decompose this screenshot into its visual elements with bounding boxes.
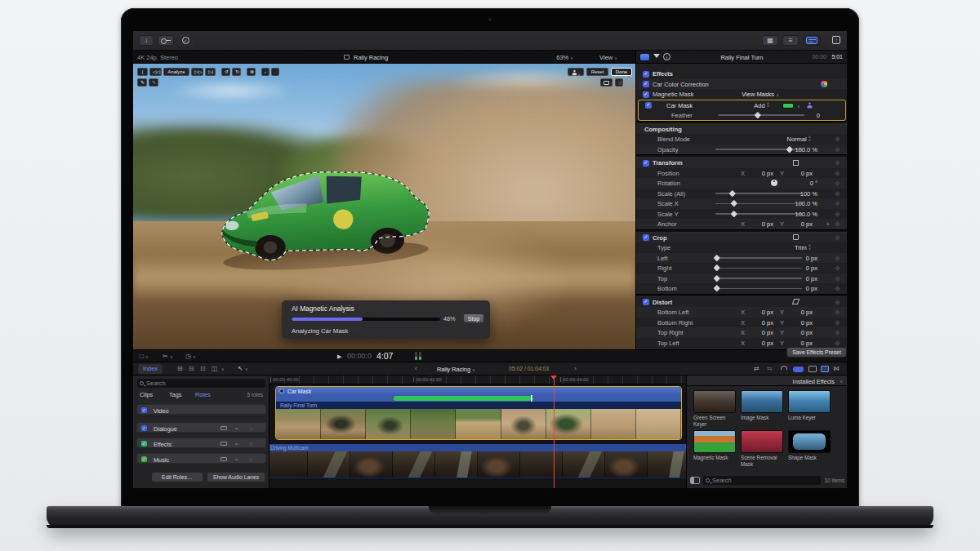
next-project-button[interactable]: ›: [574, 365, 577, 372]
show-audio-lanes-button[interactable]: Show Audio Lanes: [207, 472, 265, 482]
role-row-video[interactable]: Video: [136, 404, 266, 415]
draw-add-stroke-button[interactable]: ✎: [137, 78, 147, 87]
effect-tile-image-mask[interactable]: [741, 390, 783, 413]
video-role-checkbox[interactable]: [141, 407, 147, 413]
reset-button[interactable]: Reset: [586, 68, 608, 76]
append-clip-icon[interactable]: ⊡: [200, 365, 206, 372]
view-masks-menu[interactable]: View Masks ∨: [728, 91, 793, 98]
playhead[interactable]: [554, 375, 555, 488]
delete-mask-button[interactable]: ⊗: [247, 68, 256, 76]
reset-icon[interactable]: [835, 275, 840, 281]
collapse-right-button[interactable]: ›: [271, 68, 279, 76]
redo-stroke-button[interactable]: ↻: [232, 68, 241, 76]
monitor-icon[interactable]: [220, 442, 227, 446]
waveform-icon[interactable]: ≈: [235, 442, 238, 447]
car-mask-effect-bar[interactable]: Car Mask: [276, 387, 681, 395]
play-button[interactable]: ▶: [337, 353, 341, 360]
reset-icon[interactable]: [835, 221, 840, 227]
distort-checkbox[interactable]: [643, 299, 649, 305]
zoom-menu[interactable]: 63% ∨: [556, 54, 573, 61]
undo-stroke-button[interactable]: ↺: [221, 68, 230, 76]
crop-checkbox[interactable]: [643, 234, 649, 241]
transitions-browser-icon[interactable]: ⋈: [833, 365, 840, 372]
crop-type-popup[interactable]: Trim∧∨: [759, 244, 811, 251]
reset-icon[interactable]: [835, 180, 840, 186]
solo-icon[interactable]: ○: [250, 426, 253, 431]
color-board-icon[interactable]: [821, 81, 827, 87]
view-menu[interactable]: View ∨: [599, 54, 617, 61]
blend-mode-popup[interactable]: Normal∧∨: [759, 136, 811, 143]
collapse-left-button[interactable]: ‹: [261, 68, 270, 76]
role-row-dialogue[interactable]: Dialogue ≈ ○: [136, 422, 266, 433]
mask-skip-back-button[interactable]: |◁: [137, 68, 148, 76]
effect-tile-shape-mask[interactable]: [788, 430, 831, 453]
prev-project-button[interactable]: ‹: [415, 365, 417, 372]
reset-icon[interactable]: [835, 265, 840, 271]
reset-icon[interactable]: [835, 201, 840, 207]
installed-effects-menu[interactable]: Installed Effects: [793, 378, 835, 385]
audio-meters-toggle-icon[interactable]: [793, 367, 804, 372]
list-layout-button[interactable]: ≡: [782, 35, 799, 46]
ccc-checkbox[interactable]: [643, 81, 649, 87]
effect-tile-scene-removal-mask[interactable]: [741, 430, 783, 453]
reset-icon[interactable]: [835, 286, 840, 291]
done-button[interactable]: Done: [611, 68, 632, 76]
mask-color-swatch[interactable]: [782, 103, 794, 109]
multicam-filmstrip[interactable]: [270, 451, 686, 478]
car-mask-checkbox[interactable]: [645, 102, 652, 109]
reset-icon[interactable]: [835, 299, 840, 304]
selected-clip-group[interactable]: Car Mask Rally Final Turn: [275, 386, 682, 440]
reset-icon[interactable]: [835, 160, 840, 166]
connect-clip-icon[interactable]: ⊞: [177, 365, 183, 372]
multicam-clip[interactable]: Driving Multicam: [270, 443, 686, 479]
reset-icon[interactable]: [835, 255, 840, 260]
effects-checkbox[interactable]: [643, 71, 649, 78]
tab-roles[interactable]: Roles: [195, 391, 211, 398]
solo-icon[interactable]: ○: [250, 442, 253, 447]
mask-analysis-bar[interactable]: [276, 395, 681, 402]
mask-analyze-back-button[interactable]: ◁◁: [149, 68, 162, 76]
waveform-icon[interactable]: ≈: [235, 426, 238, 431]
stop-button[interactable]: Stop: [463, 313, 484, 323]
crop-icon[interactable]: [793, 234, 799, 240]
car-mask-row[interactable]: Car Mask Add∧∨ ∨: [639, 100, 845, 110]
chevron-down-icon[interactable]: ∨: [797, 104, 800, 109]
analyze-button[interactable]: Analyze: [163, 68, 189, 76]
monitor-icon[interactable]: [220, 426, 227, 430]
effects-browser-icon[interactable]: [821, 366, 829, 372]
index-search-field[interactable]: [137, 379, 265, 388]
role-row-music[interactable]: Music ≈ ○: [136, 453, 266, 464]
insert-clip-icon[interactable]: ⊟: [189, 365, 194, 372]
transform-checkbox[interactable]: [643, 160, 649, 167]
chevron-down-icon[interactable]: ∨: [840, 379, 843, 384]
car-color-correction-row[interactable]: Car Color Correction: [636, 79, 847, 90]
reset-icon[interactable]: [835, 309, 840, 315]
timeline-layout-button[interactable]: [803, 35, 821, 46]
audio-meters[interactable]: [415, 352, 423, 362]
transform-icon[interactable]: [793, 160, 799, 166]
edit-roles-button[interactable]: Edit Roles…: [151, 472, 203, 482]
role-row-effects[interactable]: Effects ≈ ○: [136, 438, 266, 448]
timeline-ruler[interactable]: 00:00:40:00 00:00:42:00 00:00:44:00: [270, 375, 686, 384]
subject-person-icon[interactable]: [806, 102, 812, 108]
draw-subtract-stroke-button[interactable]: ✎: [149, 78, 158, 87]
overwrite-clip-icon[interactable]: ◫: [212, 365, 218, 372]
keyword-editor-button[interactable]: [158, 35, 174, 46]
anchor-crosshair-icon[interactable]: +: [826, 220, 830, 228]
share-button[interactable]: ↑: [829, 35, 844, 46]
multicam-title-bar[interactable]: Driving Multicam: [270, 444, 686, 451]
timeline-options-menu[interactable]: ◷ ∨: [185, 353, 196, 360]
effects-search-field[interactable]: [703, 476, 821, 485]
project-menu[interactable]: Rally Racing ∨: [437, 366, 475, 373]
primary-clip-title-bar[interactable]: Rally Final Turn: [276, 402, 681, 409]
mask-skip-fwd-button[interactable]: ▷|: [205, 68, 216, 76]
reset-icon[interactable]: [835, 234, 840, 240]
mask-subject-menu[interactable]: ∨: [568, 68, 584, 76]
mask-compare-button[interactable]: [615, 78, 623, 87]
cursor-tool-menu[interactable]: ↖ ∨: [238, 365, 248, 372]
reset-icon[interactable]: [835, 136, 840, 142]
browser-layout-button[interactable]: ▦: [762, 35, 778, 46]
magnetic-mask-checkbox[interactable]: [643, 91, 649, 98]
sidebar-toggle-icon[interactable]: [690, 477, 700, 484]
effects-search-input[interactable]: [712, 477, 818, 484]
